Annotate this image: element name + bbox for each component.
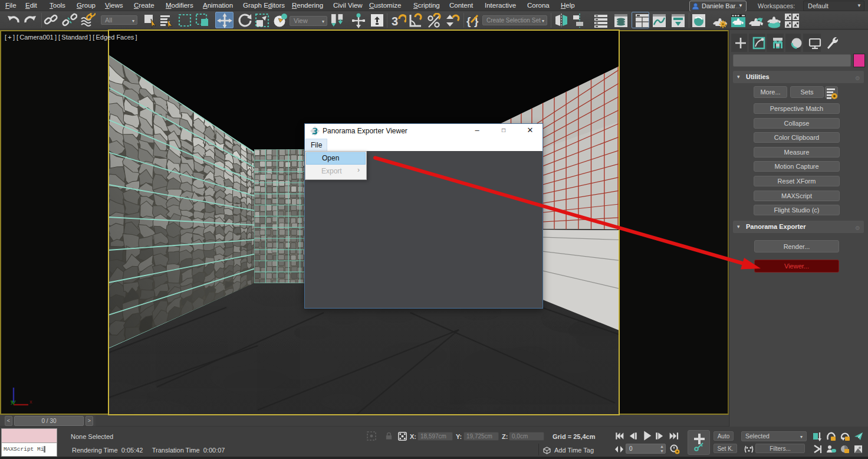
svg-text:x: x — [29, 399, 32, 405]
svg-text:3: 3 — [392, 15, 398, 28]
svg-text:{: { — [466, 15, 471, 27]
svg-text:y: y — [11, 399, 14, 405]
